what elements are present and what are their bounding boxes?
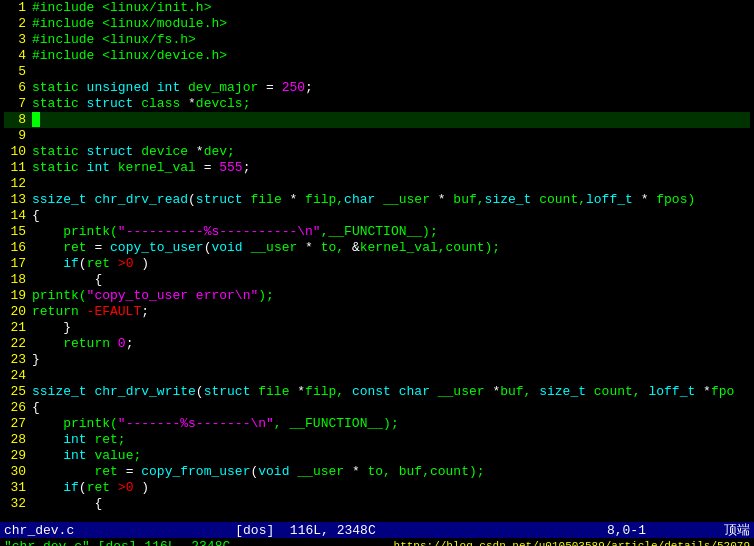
statusline-position: 8,0-1 顶端 xyxy=(607,521,750,539)
line-10: 10 static struct device *dev; xyxy=(4,144,750,160)
line-21: 21 } xyxy=(4,320,750,336)
line-2: 2 #include <linux/module.h> xyxy=(4,16,750,32)
line-26: 26 { xyxy=(4,400,750,416)
line-18: 18 { xyxy=(4,272,750,288)
line-19: 19 printk("copy_to_user error\n"); xyxy=(4,288,750,304)
vim-cmdline: "chr_dev.c" [dos] 116L, 2348C https://bl… xyxy=(0,538,754,546)
line-24: 24 xyxy=(4,368,750,384)
cmdline-url: https://blog.csdn.net/u010503589/article… xyxy=(394,540,750,546)
line-23: 23 } xyxy=(4,352,750,368)
line-6: 6 static unsigned int dev_major = 250; xyxy=(4,80,750,96)
code-lines: 1 #include <linux/init.h> 2 #include <li… xyxy=(0,0,754,512)
line-25: 25 ssize_t chr_drv_write(struct file *fi… xyxy=(4,384,750,400)
line-15: 15 printk("----------%s----------\n",__F… xyxy=(4,224,750,240)
line-3: 3 #include <linux/fs.h> xyxy=(4,32,750,48)
statusline-fileinfo: [dos] 116L, 2348C xyxy=(235,523,375,538)
line-32: 32 { xyxy=(4,496,750,512)
line-8: 8 xyxy=(4,112,750,128)
code-editor: 1 #include <linux/init.h> 2 #include <li… xyxy=(0,0,754,522)
cmdline-text: "chr_dev.c" [dos] 116L, 2348C xyxy=(4,539,394,547)
line-16: 16 ret = copy_to_user(void __user * to, … xyxy=(4,240,750,256)
line-27: 27 printk("-------%s-------\n", __FUNCTI… xyxy=(4,416,750,432)
line-31: 31 if(ret >0 ) xyxy=(4,480,750,496)
line-4: 4 #include <linux/device.h> xyxy=(4,48,750,64)
line-30: 30 ret = copy_from_user(void __user * to… xyxy=(4,464,750,480)
line-1: 1 #include <linux/init.h> xyxy=(4,0,750,16)
line-13: 13 ssize_t chr_drv_read(struct file * fi… xyxy=(4,192,750,208)
line-12: 12 xyxy=(4,176,750,192)
line-5: 5 xyxy=(4,64,750,80)
line-7: 7 static struct class *devcls; xyxy=(4,96,750,112)
line-14: 14 { xyxy=(4,208,750,224)
vim-statusline: chr_dev.c [dos] 116L, 2348C 8,0-1 顶端 xyxy=(0,522,754,538)
line-28: 28 int ret; xyxy=(4,432,750,448)
line-17: 17 if(ret >0 ) xyxy=(4,256,750,272)
line-9: 9 xyxy=(4,128,750,144)
line-11: 11 static int kernel_val = 555; xyxy=(4,160,750,176)
statusline-filename: chr_dev.c xyxy=(4,523,235,538)
line-20: 20 return -EFAULT; xyxy=(4,304,750,320)
line-29: 29 int value; xyxy=(4,448,750,464)
line-22: 22 return 0; xyxy=(4,336,750,352)
